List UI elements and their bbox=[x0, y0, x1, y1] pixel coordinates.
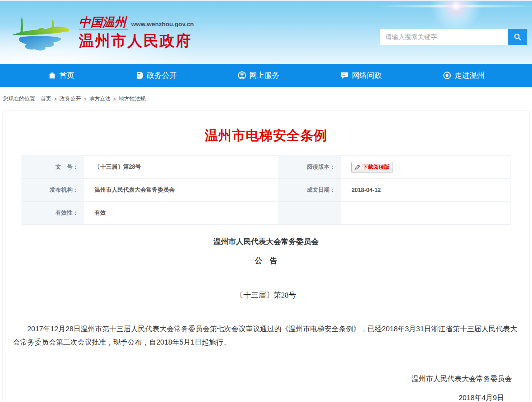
announcement-paragraph: 2017年12月28日温州市第十三届人民代表大会常务委员会第七次会议审议通过的《… bbox=[13, 322, 519, 349]
chat-icon bbox=[340, 71, 349, 80]
document-icon bbox=[135, 71, 144, 80]
target-icon bbox=[443, 71, 451, 80]
brand-site-url: www.wenzhou.gov.cn bbox=[131, 21, 194, 29]
content-panel: 温州市电梯安全条例 文 号： 〔十三届〕第28号 阅读版本： 下载阅读版 发布机… bbox=[3, 111, 529, 402]
breadcrumb-item-local-legislation[interactable]: 地方立法 bbox=[89, 95, 111, 102]
doc-number-line: 〔十三届〕第28号 bbox=[3, 290, 529, 300]
validity-label: 有效性： bbox=[22, 202, 84, 225]
date-value: 2018-04-12 bbox=[341, 179, 510, 202]
site-logo[interactable]: 中国温州 www.wenzhou.gov.cn 温州市人民政府 bbox=[9, 12, 194, 52]
date-label: 成文日期： bbox=[279, 179, 341, 202]
breadcrumb: 您现在的位置： 首页 > 政务公开 > 地方立法 > 地方性法规 bbox=[0, 87, 532, 111]
document-meta-table: 文 号： 〔十三届〕第28号 阅读版本： 下载阅读版 发布机构： 温州市人民代表… bbox=[22, 155, 510, 225]
read-version-cell: 下载阅读版 bbox=[341, 156, 510, 179]
issuing-org-label: 发布机构： bbox=[22, 179, 84, 202]
brand-calligraphy-title: 中国温州 bbox=[79, 16, 128, 29]
breadcrumb-item-gov-info[interactable]: 政务公开 bbox=[60, 95, 81, 102]
nav-item-enter-wenzhou[interactable]: 走进温州 bbox=[443, 70, 485, 80]
service-icon bbox=[238, 71, 246, 80]
main-nav: 首页 政务公开 网上服务 网络问政 走进温州 bbox=[0, 64, 532, 87]
nav-label: 网上服务 bbox=[250, 70, 280, 80]
nav-item-gov-info[interactable]: 政务公开 bbox=[135, 70, 177, 80]
nav-item-ask-gov[interactable]: 网络问政 bbox=[340, 70, 382, 80]
breadcrumb-item-local-regulations[interactable]: 地方性法规 bbox=[119, 95, 146, 102]
nav-item-home[interactable]: 首页 bbox=[48, 70, 75, 80]
brand-text-block: 中国温州 www.wenzhou.gov.cn 温州市人民政府 bbox=[79, 12, 194, 51]
announcement-heading: 公 告 bbox=[3, 256, 529, 266]
breadcrumb-prefix: 您现在的位置： bbox=[3, 95, 41, 102]
breadcrumb-separator: > bbox=[54, 96, 57, 102]
search-bar bbox=[380, 29, 527, 45]
read-version-label: 阅读版本： bbox=[279, 156, 341, 179]
download-reader-button[interactable]: 下载阅读版 bbox=[351, 162, 393, 172]
nav-item-online-service[interactable]: 网上服务 bbox=[238, 70, 280, 80]
search-button[interactable] bbox=[508, 29, 527, 45]
wenzhou-landscape-logo-icon bbox=[9, 12, 75, 52]
nav-label: 首页 bbox=[60, 70, 75, 80]
search-icon bbox=[513, 33, 522, 41]
signature-date: 2018年4月9日 bbox=[3, 393, 529, 402]
download-reader-label: 下载阅读版 bbox=[362, 164, 389, 170]
table-row: 文 号： 〔十三届〕第28号 阅读版本： 下载阅读版 bbox=[22, 156, 510, 179]
empty-value-cell bbox=[341, 202, 510, 225]
org-heading: 温州市人民代表大会常务委员会 bbox=[3, 237, 529, 247]
signature-org: 温州市人民代表大会常务委员会 bbox=[3, 374, 529, 384]
breadcrumb-separator: > bbox=[84, 96, 87, 102]
site-header: 中国温州 www.wenzhou.gov.cn 温州市人民政府 bbox=[0, 0, 532, 64]
site-name: 温州市人民政府 bbox=[79, 31, 194, 51]
page-title: 温州市电梯安全条例 bbox=[3, 127, 529, 145]
doc-number-label: 文 号： bbox=[22, 156, 84, 179]
doc-number-value: 〔十三届〕第28号 bbox=[84, 156, 279, 179]
home-icon bbox=[48, 71, 56, 80]
nav-label: 网络问政 bbox=[352, 70, 382, 80]
issuing-org-value: 温州市人民代表大会常务委员会 bbox=[84, 179, 279, 202]
write-icon bbox=[355, 164, 360, 170]
nav-label: 走进温州 bbox=[455, 70, 485, 80]
breadcrumb-item-home[interactable]: 首页 bbox=[41, 95, 51, 102]
empty-label-cell bbox=[279, 202, 341, 225]
breadcrumb-separator: > bbox=[113, 96, 117, 102]
validity-value: 有效 bbox=[84, 202, 279, 225]
table-row: 发布机构： 温州市人民代表大会常务委员会 成文日期： 2018-04-12 bbox=[22, 179, 510, 202]
search-input[interactable] bbox=[380, 29, 508, 45]
nav-label: 政务公开 bbox=[147, 70, 177, 80]
table-row: 有效性： 有效 bbox=[22, 202, 510, 225]
